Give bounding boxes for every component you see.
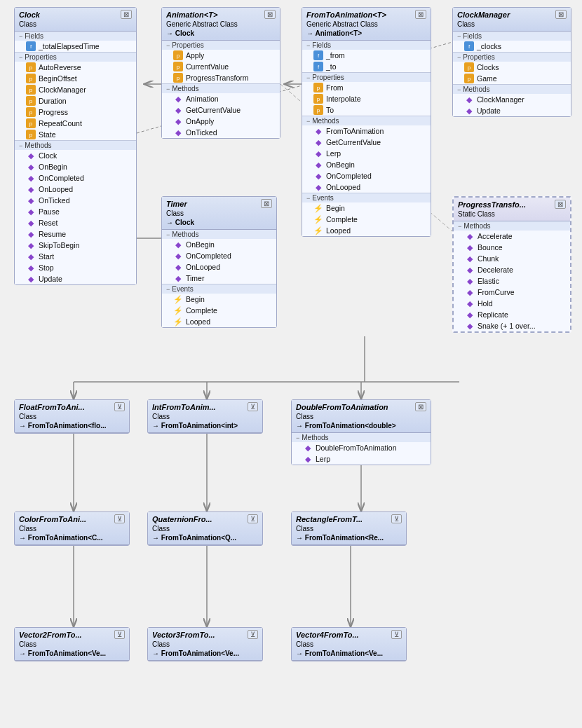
timer-event-looped: ⚡Looped (162, 316, 276, 327)
prop-icon: p (313, 94, 323, 104)
rectanglefromt-class-box: RectangleFromT... Class → FromToAnimatio… (291, 511, 407, 546)
method-icon: ◆ (26, 162, 36, 172)
clock-method-start: ◆Start (15, 251, 136, 262)
vector4fromto-type: Class (296, 640, 383, 649)
pt-collapse[interactable]: ⊠ (555, 200, 566, 209)
clock-method-skiptobegin: ◆SkipToBegin (15, 240, 136, 251)
prop-icon: p (26, 96, 36, 106)
clockmgr-props-section: − Properties pClocks pGame (453, 53, 571, 85)
vector3fromto-name: Vector3FromTo... (152, 631, 215, 639)
timer-collapse[interactable]: ⊠ (261, 199, 272, 208)
animation-props-header[interactable]: − Properties (162, 41, 280, 50)
doublefromto-title: DoubleFromToAnimation Class → FromToAnim… (292, 400, 431, 433)
vector2fromto-collapse[interactable]: ⊻ (114, 630, 125, 639)
method-icon: ◆ (173, 251, 183, 261)
rectanglefromt-parent: → FromToAnimation<Re... (296, 533, 384, 542)
method-icon: ◆ (465, 231, 475, 241)
clock-prop-progress: pProgress (15, 107, 136, 118)
quaternionfro-collapse[interactable]: ⊻ (248, 514, 258, 523)
pt-method-fromcurve: ◆FromCurve (454, 287, 570, 298)
fromto-props-section: − Properties pFrom pInterpolate pTo (302, 73, 431, 116)
vector4fromto-name: Vector4FromTo... (296, 631, 359, 639)
method-icon: ◆ (465, 310, 475, 320)
clockmgr-fields-header[interactable]: − Fields (453, 32, 571, 41)
fromto-event-looped: ⚡Looped (302, 225, 431, 236)
intfromto-class-box: IntFromToAnim... Class → FromToAnimation… (147, 399, 263, 434)
clockmgr-methods-header[interactable]: − Methods (453, 85, 571, 94)
fromto-collapse[interactable]: ⊠ (415, 10, 426, 19)
colorfromto-type: Class (19, 524, 103, 533)
method-icon: ◆ (465, 287, 475, 297)
event-icon: ⚡ (173, 305, 183, 315)
intfromto-collapse[interactable]: ⊻ (248, 402, 258, 411)
doublefromto-methods-header[interactable]: − Methods (292, 433, 431, 442)
clock-fields-header[interactable]: − Fields (15, 32, 136, 41)
fromto-fields-header[interactable]: − Fields (302, 41, 431, 50)
fromto-method-onlooped: ◆OnLooped (302, 181, 431, 193)
fromto-type: Generic Abstract Class (306, 20, 386, 29)
animation-methods-header[interactable]: − Methods (162, 84, 280, 93)
clock-method-onlooped: ◆OnLooped (15, 184, 136, 195)
field-icon: f (26, 41, 36, 51)
colorfromto-name: ColorFromToAni... (19, 515, 86, 523)
method-icon: ◆ (313, 182, 323, 192)
timer-parent: → Clock (166, 218, 194, 227)
rectanglefromt-collapse[interactable]: ⊻ (391, 514, 402, 523)
fromto-event-complete: ⚡Complete (302, 214, 431, 225)
intfromto-type: Class (152, 412, 238, 421)
clock-method-oncompleted: ◆OnCompleted (15, 172, 136, 184)
clock-prop-repeatcount: pRepeatCount (15, 118, 136, 129)
timer-events-section: − Events ⚡Begin ⚡Complete ⚡Looped (162, 284, 276, 327)
method-icon: ◆ (26, 274, 36, 284)
event-icon: ⚡ (313, 214, 323, 224)
event-icon: ⚡ (173, 294, 183, 304)
method-icon: ◆ (465, 276, 475, 286)
floatfromto-collapse[interactable]: ⊻ (114, 402, 125, 411)
fromto-events-header[interactable]: − Events (302, 193, 431, 202)
colorfromto-class-box: ColorFromToAni... Class → FromToAnimatio… (14, 511, 130, 546)
method-icon: ◆ (26, 207, 36, 217)
prop-icon: p (26, 107, 36, 117)
clock-prop-autoreverse: pAutoReverse (15, 62, 136, 73)
timer-method-timer: ◆Timer (162, 273, 276, 284)
clockmgr-props-header[interactable]: − Properties (453, 53, 571, 62)
vector3fromto-collapse[interactable]: ⊻ (248, 630, 258, 639)
rectanglefromt-title: RectangleFromT... Class → FromToAnimatio… (292, 512, 406, 545)
clockmgr-collapse[interactable]: ⊠ (555, 10, 567, 19)
timer-event-complete: ⚡Complete (162, 305, 276, 316)
floatfromto-class-box: FloatFromToAni... Class → FromToAnimatio… (14, 399, 130, 434)
vector2fromto-title: Vector2FromTo... Class → FromToAnimation… (15, 628, 129, 661)
animation-methods-section: − Methods ◆Animation ◆GetCurrentValue ◆O… (162, 84, 280, 138)
method-icon: ◆ (26, 218, 36, 228)
clock-type: Class (19, 20, 40, 29)
timer-methods-header[interactable]: − Methods (162, 230, 276, 239)
vector3fromto-parent: → FromToAnimation<Ve... (152, 649, 239, 658)
doublefromto-collapse[interactable]: ⊠ (415, 402, 426, 411)
clock-method-clock: ◆Clock (15, 150, 136, 161)
method-icon: ◆ (465, 254, 475, 263)
method-icon: ◆ (313, 171, 323, 181)
animation-collapse[interactable]: ⊠ (264, 10, 276, 19)
colorfromto-collapse[interactable]: ⊻ (114, 514, 125, 523)
clock-fields-section: − Fields f _totalElapsedTime (15, 32, 136, 53)
timer-events-header[interactable]: − Events (162, 284, 276, 294)
fromto-props-header[interactable]: − Properties (302, 73, 431, 82)
clock-properties-header[interactable]: − Properties (15, 53, 136, 62)
timer-method-oncompleted: ◆OnCompleted (162, 250, 276, 261)
floatfromto-title: FloatFromToAni... Class → FromToAnimatio… (15, 400, 129, 433)
vector4fromto-collapse[interactable]: ⊻ (391, 630, 402, 639)
pt-method-replicate: ◆Replicate (454, 309, 570, 320)
clockmgr-type: Class (457, 20, 510, 29)
timer-class-box: Timer Class → Clock ⊠ − Methods ◆OnBegin… (161, 196, 277, 328)
clock-method-onticked: ◆OnTicked (15, 195, 136, 206)
pt-methods-header[interactable]: − Methods (454, 221, 570, 231)
clock-collapse[interactable]: ⊠ (121, 10, 132, 19)
prop-icon: p (173, 62, 183, 71)
vector4fromto-class-box: Vector4FromTo... Class → FromToAnimation… (291, 627, 407, 661)
prop-icon: p (26, 85, 36, 95)
method-icon: ◆ (313, 160, 323, 170)
method-icon: ◆ (173, 94, 183, 104)
timer-method-onlooped: ◆OnLooped (162, 261, 276, 273)
clock-methods-header[interactable]: − Methods (15, 141, 136, 150)
fromto-methods-header[interactable]: − Methods (302, 116, 431, 125)
